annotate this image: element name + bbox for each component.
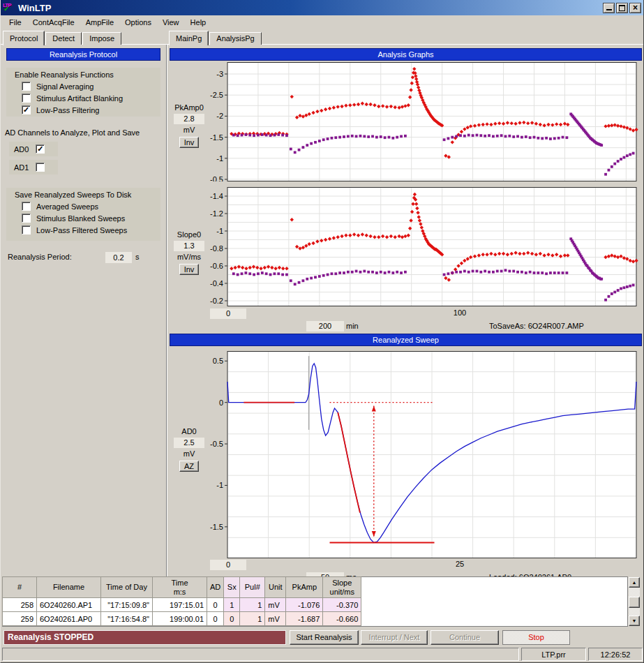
tab-analysispg[interactable]: AnalysisPg bbox=[209, 32, 261, 45]
col-header-PkAmp: PkAmp bbox=[286, 577, 323, 598]
cell: 0 bbox=[224, 612, 240, 626]
svg-text:-2.5: -2.5 bbox=[210, 91, 223, 99]
graphs-range-field[interactable]: 200 bbox=[306, 321, 344, 332]
svg-text:-1.2: -1.2 bbox=[210, 209, 223, 218]
svg-text:-1.4: -1.4 bbox=[210, 192, 223, 200]
cell: -0.660 bbox=[323, 612, 361, 626]
cell: 197:15.01 bbox=[153, 598, 207, 612]
group-title: Enable Reanalysis Functions bbox=[6, 68, 160, 80]
cell: "17:15:09.8" bbox=[101, 598, 153, 612]
winltp-window: LTP WinLTP × FileContAcqFileAmpFileOptio… bbox=[0, 0, 644, 663]
tosaveas-label: ToSaveAs: 6O24R007.AMP bbox=[489, 322, 584, 330]
menu-help[interactable]: Help bbox=[185, 16, 212, 29]
sweep-plot[interactable]: 0.50-0.5-1-1.5 bbox=[196, 351, 643, 558]
protocol-panel: Reanalysis Protocol Enable Reanalysis Fu… bbox=[1, 45, 166, 577]
stimulus-blanked-sweeps-checkbox[interactable] bbox=[22, 214, 31, 223]
cell: 1 bbox=[240, 612, 265, 626]
enable-reanalysis-group: Enable Reanalysis Functions Signal Avera… bbox=[6, 68, 160, 117]
analysis-graphs-header: Analysis Graphs bbox=[170, 48, 642, 61]
tab-mainpg[interactable]: MainPg bbox=[169, 31, 209, 45]
stop-button[interactable]: Stop bbox=[502, 630, 570, 645]
pkamp0-plot[interactable]: -3-2.5-2-1.5-1-0.5 bbox=[196, 62, 643, 181]
svg-text:-1.5: -1.5 bbox=[210, 133, 223, 142]
close-button[interactable]: × bbox=[629, 3, 641, 13]
averaged-sweeps-row: Averaged Sweeps bbox=[6, 200, 160, 212]
cell: mV bbox=[265, 612, 286, 626]
cell: "17:16:54.8" bbox=[101, 612, 153, 626]
ad1-checkbox[interactable] bbox=[36, 163, 45, 172]
svg-text:-2: -2 bbox=[216, 112, 223, 120]
maximize-icon bbox=[619, 5, 625, 11]
table-scrollbar[interactable]: ▲ ▼ bbox=[629, 577, 640, 626]
scroll-up-icon[interactable]: ▲ bbox=[629, 577, 640, 588]
svg-text:-1: -1 bbox=[216, 227, 223, 235]
col-header-TimeofDay: Time of Day bbox=[101, 577, 153, 598]
ad0-checkbox[interactable]: ✓ bbox=[36, 144, 45, 154]
cell: -0.370 bbox=[323, 598, 361, 612]
col-header-Filename: Filename bbox=[37, 577, 101, 598]
window-title: WinLTP bbox=[18, 3, 603, 13]
menu-bar: FileContAcqFileAmpFileOptionsViewHelp bbox=[1, 15, 643, 29]
graphs-x-axis: 0 100 200 bbox=[196, 308, 643, 320]
stimulus-blanked-sweeps-label: Stimulus Blanked Sweeps bbox=[36, 214, 125, 223]
table-row[interactable]: 2586O240260.AP1"17:15:09.8"197:15.01011m… bbox=[3, 598, 361, 612]
svg-text:-1: -1 bbox=[216, 154, 223, 163]
col-header-Time: Timem:s bbox=[153, 577, 207, 598]
start-reanalysis-button[interactable]: Start Reanalysis bbox=[290, 630, 359, 645]
cell: 1 bbox=[240, 598, 265, 612]
reanalyzed-sweep-header: Reanalyzed Sweep bbox=[170, 334, 642, 346]
tab-impose[interactable]: Impose bbox=[82, 32, 121, 45]
minimize-button[interactable] bbox=[603, 3, 615, 13]
tab-detect[interactable]: Detect bbox=[45, 32, 82, 45]
slope0-plot[interactable]: -1.4-1.2-1-0.8-0.6-0.4-0.2 bbox=[196, 187, 643, 306]
low-pass-filtering-checkbox[interactable]: ✓ bbox=[22, 105, 31, 114]
title-bar[interactable]: LTP WinLTP × bbox=[1, 0, 643, 15]
app-icon: LTP bbox=[3, 3, 15, 13]
scrollbar-thumb[interactable] bbox=[629, 597, 640, 608]
statusbar-message-panel bbox=[2, 648, 519, 661]
menu-view[interactable]: View bbox=[157, 16, 185, 29]
menu-ampfile[interactable]: AmpFile bbox=[80, 16, 119, 29]
graphs-x-start-field[interactable]: 0 bbox=[210, 308, 246, 319]
ad0-label: AD0 bbox=[14, 145, 29, 154]
signal-averaging-checkbox[interactable] bbox=[22, 82, 31, 91]
reanalysis-protocol-header: Reanalysis Protocol bbox=[6, 48, 160, 61]
tab-protocol[interactable]: Protocol bbox=[3, 31, 45, 45]
graphs-range-unit: min bbox=[346, 322, 359, 330]
cell: 6O240261.AP0 bbox=[37, 612, 101, 626]
control-row: Reanalysis STOPPED Start ReanalysisInter… bbox=[1, 630, 644, 646]
table-row[interactable]: 2596O240261.AP0"17:16:54.8"199:00.01001m… bbox=[3, 612, 361, 626]
graphs-axis-caption-row: 200 min ToSaveAs: 6O24R007.AMP bbox=[196, 321, 643, 332]
interrupt-next-button[interactable]: Interrupt / Next bbox=[361, 630, 428, 645]
menu-options[interactable]: Options bbox=[119, 16, 157, 29]
low-pass-filtered-sweeps-checkbox[interactable] bbox=[22, 225, 31, 234]
svg-text:-0.6: -0.6 bbox=[210, 262, 223, 270]
col-header-#: # bbox=[3, 577, 37, 598]
cell: 0 bbox=[207, 612, 224, 626]
stimulus-artifact-blanking-checkbox[interactable] bbox=[22, 94, 31, 103]
reanalysis-period-unit: s bbox=[135, 253, 140, 261]
signal-averaging-label: Signal Averaging bbox=[36, 82, 93, 91]
status-bar: LTP.prr 12:26:52 bbox=[1, 647, 644, 662]
sweep-table: #FilenameTime of DayTimem:sADSxPul#UnitP… bbox=[2, 576, 361, 626]
averaged-sweeps-checkbox[interactable] bbox=[22, 202, 31, 211]
statusbar-protocol-file: LTP.prr bbox=[521, 648, 586, 661]
low-pass-filtering-label: Low-Pass Filtering bbox=[36, 106, 99, 114]
statusbar-clock: 12:26:52 bbox=[588, 648, 643, 661]
cell: mV bbox=[265, 598, 286, 612]
low-pass-filtered-sweeps-label: Low-Pass Filtered Sweeps bbox=[36, 226, 127, 234]
continue-button[interactable]: Continue bbox=[430, 630, 499, 645]
menu-contacqfile[interactable]: ContAcqFile bbox=[27, 16, 80, 29]
reanalysis-period-field[interactable]: 0.2 bbox=[105, 252, 132, 263]
minimize-icon bbox=[606, 5, 612, 10]
menu-file[interactable]: File bbox=[3, 16, 27, 29]
group-title: Save Reanalyzed Sweeps To Disk bbox=[6, 188, 160, 200]
scroll-down-icon[interactable]: ▼ bbox=[629, 616, 640, 626]
sweep-x-start-field[interactable]: 0 bbox=[210, 560, 246, 570]
maximize-button[interactable] bbox=[616, 3, 628, 13]
col-header-Unit: Unit bbox=[265, 577, 286, 598]
cell: 6O240260.AP1 bbox=[37, 598, 101, 612]
svg-text:-0.5: -0.5 bbox=[210, 175, 223, 181]
svg-text:-1: -1 bbox=[216, 481, 223, 489]
cell: 1 bbox=[224, 598, 240, 612]
